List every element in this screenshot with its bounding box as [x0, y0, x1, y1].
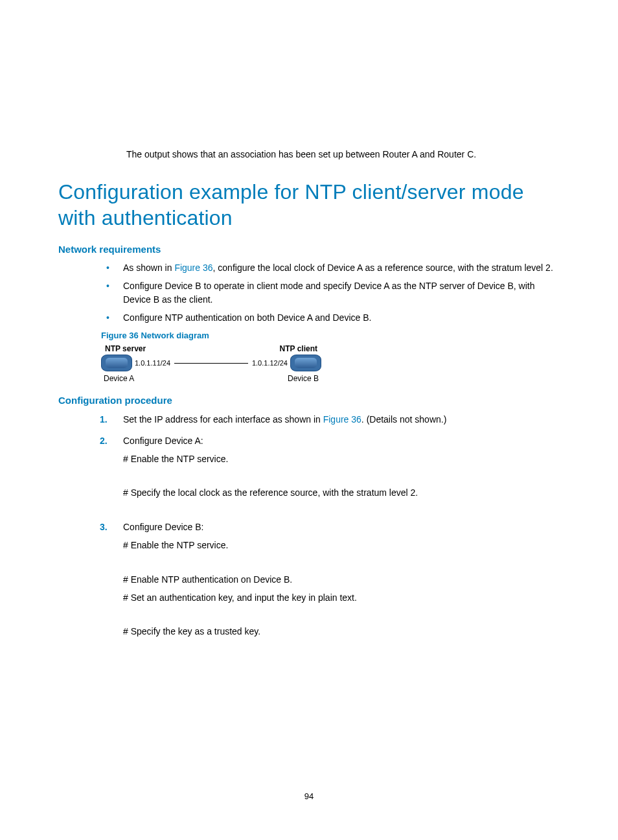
list-text: As shown in	[123, 262, 174, 273]
procedure-list: Set the IP address for each interface as…	[96, 412, 560, 639]
step-comment: # Enable the NTP service.	[123, 538, 560, 552]
list-item: As shown in Figure 36, configure the loc…	[101, 261, 560, 274]
diagram-name-right: Device B	[288, 374, 319, 383]
step-comment: # Enable NTP authentication on Device B.	[123, 572, 560, 587]
diagram-wire	[174, 363, 248, 364]
step-text: Configure Device A:	[123, 434, 560, 448]
step-item: Configure Device A: # Enable the NTP ser…	[96, 434, 560, 500]
step-comment: # Specify the local clock as the referen…	[123, 485, 560, 500]
page-number: 94	[0, 791, 618, 801]
step-text: Set the IP address for each interface as…	[123, 414, 323, 425]
subheading-configuration-procedure: Configuration procedure	[58, 395, 560, 406]
diagram-role-right: NTP client	[280, 344, 317, 353]
router-icon	[101, 355, 132, 371]
step-text: Configure Device B:	[123, 520, 560, 534]
subheading-network-requirements: Network requirements	[58, 244, 560, 255]
diagram-name-left: Device A	[104, 374, 134, 383]
step-text: . (Details not shown.)	[361, 414, 447, 425]
step-comment: # Specify the key as a trusted key.	[123, 624, 560, 638]
diagram-role-left: NTP server	[105, 344, 146, 353]
step-item: Configure Device B: # Enable the NTP ser…	[96, 520, 560, 639]
figure-link[interactable]: Figure 36	[174, 262, 212, 273]
section-heading: Configuration example for NTP client/ser…	[58, 179, 560, 231]
diagram-ip-right: 1.0.1.12/24	[249, 359, 290, 367]
step-comment: # Enable the NTP service.	[123, 452, 560, 466]
list-item: Configure NTP authentication on both Dev…	[101, 311, 560, 324]
list-text: , configure the local clock of Device A …	[213, 262, 553, 273]
network-diagram: NTP server NTP client 1.0.1.11/24 1.0.1.…	[101, 344, 321, 383]
list-item: Configure Device B to operate in client …	[101, 279, 560, 306]
step-item: Set the IP address for each interface as…	[96, 412, 560, 426]
router-icon	[290, 355, 321, 371]
step-comment: # Set an authentication key, and input t…	[123, 590, 560, 605]
figure-caption: Figure 36 Network diagram	[101, 331, 560, 340]
requirements-list: As shown in Figure 36, configure the loc…	[101, 261, 560, 324]
diagram-ip-left: 1.0.1.11/24	[132, 359, 173, 367]
intro-text: The output shows that an association has…	[126, 149, 560, 159]
figure-link[interactable]: Figure 36	[323, 414, 361, 425]
